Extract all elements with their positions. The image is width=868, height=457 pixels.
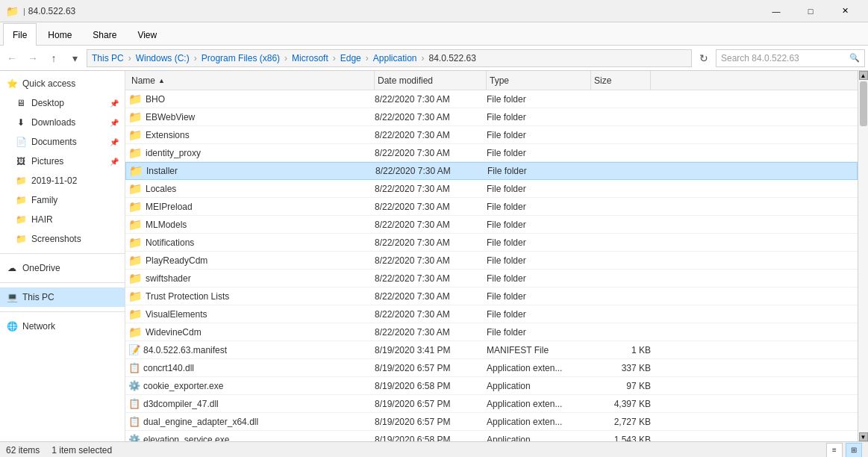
address-box[interactable]: This PC › Windows (C:) › Program Files (… — [87, 49, 692, 67]
pin-icon-pictures: 📌 — [110, 158, 119, 166]
back-button[interactable]: ← — [3, 49, 21, 67]
table-row[interactable]: 📁 MEIPreload 8/22/2020 7:30 AM File fold… — [125, 198, 858, 216]
file-name: Locales — [146, 184, 176, 194]
sidebar-item-quick-access[interactable]: ⭐ Quick access — [0, 74, 125, 93]
table-row[interactable]: 📋 d3dcompiler_47.dll 8/19/2020 6:57 PM A… — [125, 395, 858, 413]
file-type-cell: Application — [487, 381, 591, 391]
breadcrumb-thispc[interactable]: This PC — [92, 53, 124, 63]
table-row[interactable]: 📁 Trust Protection Lists 8/22/2020 7:30 … — [125, 287, 858, 305]
col-header-size[interactable]: Size — [591, 71, 651, 90]
table-row[interactable]: 📁 Installer 8/22/2020 7:30 AM File folde… — [125, 162, 858, 180]
file-name-cell: ⚙️ elevation_service.exe — [128, 434, 375, 441]
table-row[interactable]: 📁 MLModels 8/22/2020 7:30 AM File folder — [125, 216, 858, 234]
breadcrumb-edge[interactable]: Edge — [340, 53, 361, 63]
file-date: 8/22/2020 7:30 AM — [375, 255, 450, 266]
table-row[interactable]: 📁 PlayReadyCdm 8/22/2020 7:30 AM File fo… — [125, 252, 858, 270]
folder-icon: 📁 — [128, 200, 143, 214]
file-date: 8/22/2020 7:30 AM — [375, 166, 451, 176]
scrollbar[interactable]: ▲ ▼ — [858, 71, 868, 441]
sidebar-item-onedrive[interactable]: ☁ OneDrive — [0, 258, 125, 278]
maximize-button[interactable]: □ — [793, 0, 828, 22]
table-row[interactable]: 📋 dual_engine_adapter_x64.dll 8/19/2020 … — [125, 413, 858, 431]
sidebar-item-documents[interactable]: 📄 Documents 📌 — [0, 132, 125, 152]
table-row[interactable]: 📁 WidevineCdm 8/22/2020 7:30 AM File fol… — [125, 323, 858, 341]
forward-button[interactable]: → — [24, 49, 42, 67]
breadcrumb-windows[interactable]: Windows (C:) — [136, 53, 190, 63]
tab-view[interactable]: View — [128, 23, 166, 46]
scroll-down-button[interactable]: ▼ — [859, 432, 868, 441]
file-name: Notifications — [146, 237, 194, 248]
search-placeholder: Search 84.0.522.63 — [721, 53, 799, 63]
table-row[interactable]: ⚙️ cookie_exporter.exe 8/19/2020 6:58 PM… — [125, 377, 858, 395]
file-name-cell: 📁 WidevineCdm — [128, 326, 375, 339]
file-type-cell: File folder — [487, 273, 591, 284]
tab-share[interactable]: Share — [83, 23, 126, 46]
file-list-header: Name ▲ Date modified Type Size — [125, 71, 858, 90]
scroll-up-button[interactable]: ▲ — [859, 71, 868, 80]
file-name-cell: 📋 dual_engine_adapter_x64.dll — [128, 416, 375, 427]
sidebar-label-pictures: Pictures — [31, 156, 63, 167]
file-type-cell: File folder — [487, 130, 591, 140]
file-size-cell: 337 KB — [591, 363, 651, 373]
col-header-type[interactable]: Type — [487, 71, 591, 90]
col-header-date[interactable]: Date modified — [375, 71, 487, 90]
recent-button[interactable]: ▾ — [66, 49, 84, 67]
table-row[interactable]: 📁 Extensions 8/22/2020 7:30 AM File fold… — [125, 126, 858, 144]
up-button[interactable]: ↑ — [45, 49, 63, 67]
sidebar-item-desktop[interactable]: 🖥 Desktop 📌 — [0, 93, 125, 113]
table-row[interactable]: 📝 84.0.522.63.manifest 8/19/2020 3:41 PM… — [125, 341, 858, 359]
table-row[interactable]: 📁 Notifications 8/22/2020 7:30 AM File f… — [125, 234, 858, 252]
table-row[interactable]: 📁 Locales 8/22/2020 7:30 AM File folder — [125, 180, 858, 198]
tiles-view-button[interactable]: ⊞ — [846, 443, 862, 458]
sidebar-item-screenshots[interactable]: 📁 Screenshots — [0, 229, 125, 249]
scroll-thumb[interactable] — [860, 81, 867, 126]
minimize-button[interactable]: — — [759, 0, 793, 22]
close-button[interactable]: ✕ — [828, 0, 862, 22]
refresh-button[interactable]: ↻ — [695, 49, 713, 67]
file-name: elevation_service.exe — [143, 435, 229, 442]
file-date-cell: 8/22/2020 7:30 AM — [375, 255, 487, 266]
table-row[interactable]: 📁 BHO 8/22/2020 7:30 AM File folder — [125, 90, 858, 108]
sidebar-item-pictures[interactable]: 🖼 Pictures 📌 — [0, 152, 125, 171]
folder-icon: 📁 — [128, 111, 143, 124]
file-date: 8/22/2020 7:30 AM — [375, 94, 450, 105]
breadcrumb-version[interactable]: 84.0.522.63 — [429, 53, 476, 63]
exe-icon: ⚙️ — [128, 380, 140, 391]
file-type: Application — [487, 435, 531, 442]
details-view-button[interactable]: ≡ — [826, 443, 843, 458]
folder-family-icon: 📁 — [15, 194, 27, 206]
file-name-cell: 📋 d3dcompiler_47.dll — [128, 398, 375, 409]
sidebar-item-this-pc[interactable]: 💻 This PC — [0, 287, 125, 307]
sidebar-item-downloads[interactable]: ⬇ Downloads 📌 — [0, 113, 125, 132]
file-name: BHO — [146, 94, 165, 105]
tab-home[interactable]: Home — [38, 23, 81, 46]
file-type: File folder — [487, 166, 527, 176]
search-icon: 🔍 — [849, 53, 860, 63]
breadcrumb-application[interactable]: Application — [373, 53, 417, 63]
file-type-cell: Application exten... — [487, 399, 591, 409]
table-row[interactable]: 📁 identity_proxy 8/22/2020 7:30 AM File … — [125, 144, 858, 162]
breadcrumb-programfiles[interactable]: Program Files (x86) — [202, 53, 280, 63]
sidebar-item-network[interactable]: 🌐 Network — [0, 317, 125, 336]
sidebar-item-2019[interactable]: 📁 2019-11-02 — [0, 171, 125, 190]
table-row[interactable]: 📁 EBWebView 8/22/2020 7:30 AM File folde… — [125, 108, 858, 126]
table-row[interactable]: 📋 concrt140.dll 8/19/2020 6:57 PM Applic… — [125, 359, 858, 377]
table-row[interactable]: 📁 VisualElements 8/22/2020 7:30 AM File … — [125, 305, 858, 323]
file-name: dual_engine_adapter_x64.dll — [143, 417, 258, 427]
file-type-cell: MANIFEST File — [487, 345, 591, 355]
table-row[interactable]: ⚙️ elevation_service.exe 8/19/2020 6:58 … — [125, 431, 858, 441]
sidebar-section-quick: ⭐ Quick access 🖥 Desktop 📌 ⬇ Downloads 📌… — [0, 71, 125, 252]
file-date-cell: 8/19/2020 3:41 PM — [375, 345, 487, 355]
col-header-name[interactable]: Name ▲ — [128, 71, 375, 90]
folder-icon: 📁 — [128, 182, 143, 196]
sidebar-item-family[interactable]: 📁 Family — [0, 190, 125, 210]
sep1: › — [128, 53, 131, 63]
file-date: 8/22/2020 7:30 AM — [375, 112, 450, 122]
col-type-label: Type — [490, 75, 509, 86]
sidebar-item-hair[interactable]: 📁 HAIR — [0, 210, 125, 229]
tab-file[interactable]: File — [3, 23, 37, 46]
search-box[interactable]: Search 84.0.522.63 🔍 — [716, 49, 865, 67]
file-name: EBWebView — [146, 112, 195, 122]
breadcrumb-microsoft[interactable]: Microsoft — [292, 53, 328, 63]
table-row[interactable]: 📁 swiftshader 8/22/2020 7:30 AM File fol… — [125, 270, 858, 287]
